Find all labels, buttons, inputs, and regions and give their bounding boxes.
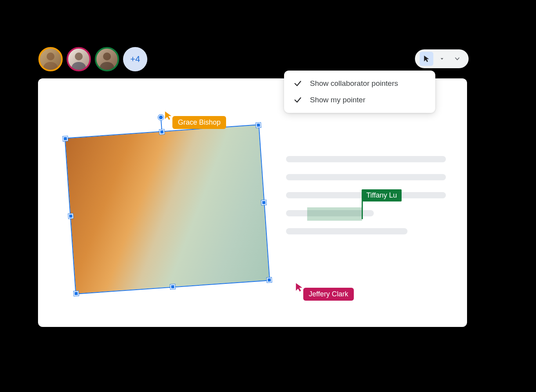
collaborator-avatar[interactable] (38, 47, 63, 71)
collaborator-name-label: Grace Bishop (172, 116, 226, 129)
collaborator-pointer-jeffery: Jeffery Clark (295, 282, 354, 301)
svg-point-5 (100, 62, 114, 70)
text-placeholder-line (286, 174, 446, 180)
collaborator-caret-tiffany: Tiffany Lu (362, 189, 402, 201)
resize-handle-top-right[interactable] (256, 123, 261, 128)
resize-handle-middle-left[interactable] (68, 214, 73, 219)
svg-point-3 (72, 62, 86, 70)
collaborator-avatar[interactable] (95, 47, 119, 71)
rotate-handle[interactable] (158, 114, 164, 120)
text-placeholder-line (286, 228, 407, 234)
selected-image-container (67, 112, 268, 288)
resize-handle-bottom-left[interactable] (74, 291, 79, 296)
svg-point-4 (103, 53, 111, 60)
menu-item-show-my-pointer[interactable]: Show my pointer (284, 92, 435, 108)
svg-point-0 (47, 53, 54, 60)
svg-point-2 (75, 53, 83, 60)
collaborator-pointer-grace: Grace Bishop (164, 111, 226, 129)
person-icon (68, 49, 89, 70)
person-icon (96, 49, 118, 70)
menu-item-label: Show collaborator pointers (310, 79, 398, 88)
pointer-options-menu: Show collaborator pointers Show my point… (284, 71, 435, 113)
person-icon (40, 49, 61, 70)
resize-handle-top-middle[interactable] (159, 129, 165, 134)
pointer-toolbar (415, 49, 469, 68)
check-icon (293, 79, 302, 88)
resize-handle-bottom-right[interactable] (267, 278, 272, 283)
pointer-tool-dropdown[interactable] (435, 52, 449, 66)
collaborator-name-label: Tiffany Lu (362, 189, 402, 201)
collaborator-avatar[interactable] (67, 47, 91, 71)
collaborator-overflow-count[interactable]: +4 (123, 47, 147, 71)
chevron-down-icon (454, 56, 460, 62)
text-placeholder-line (286, 156, 446, 162)
toolbar-overflow-button[interactable] (450, 52, 464, 66)
collaborator-avatar-row: +4 (38, 47, 147, 71)
menu-item-label: Show my pointer (310, 96, 366, 104)
check-icon (293, 96, 302, 104)
svg-point-1 (43, 62, 58, 70)
collaborator-caret-line (362, 201, 363, 219)
collaborator-name-label: Jeffery Clark (303, 288, 354, 301)
collaborator-text-selection (307, 207, 362, 221)
resize-handle-middle-right[interactable] (261, 200, 266, 205)
rotate-handle-stem (161, 120, 162, 129)
cursor-icon (423, 55, 431, 63)
menu-item-show-collab-pointers[interactable]: Show collaborator pointers (284, 75, 435, 92)
selected-image[interactable] (65, 125, 269, 293)
caret-down-icon (439, 56, 445, 62)
pointer-tool-button[interactable] (420, 52, 433, 66)
resize-handle-bottom-middle[interactable] (170, 284, 175, 289)
resize-handle-top-left[interactable] (63, 136, 68, 141)
